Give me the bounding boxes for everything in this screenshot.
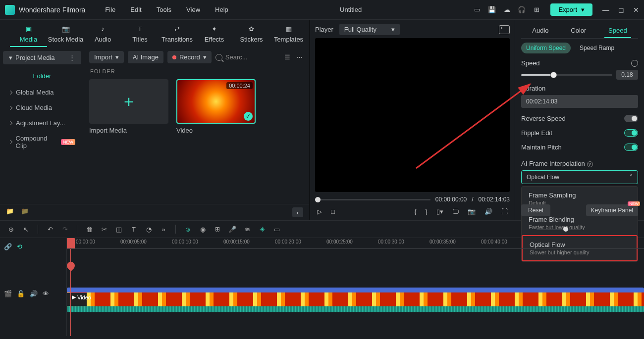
menu-help[interactable]: Help	[215, 6, 228, 13]
record-button[interactable]: Record▾	[167, 51, 212, 63]
timeline-ruler[interactable]: 00:00:00:00 00:00:05:00 00:00:10:00 00:0…	[67, 238, 644, 249]
speed-value[interactable]: 0.18	[616, 70, 638, 80]
subtab-speed-ramp[interactable]: Speed Ramp	[575, 43, 619, 53]
visibility-icon[interactable]: 👁	[43, 290, 49, 297]
menu-file[interactable]: File	[105, 6, 115, 13]
camera-icon[interactable]: 📷	[468, 208, 476, 215]
playhead-marker[interactable]	[67, 260, 76, 272]
maintain-pitch-toggle[interactable]	[624, 144, 638, 151]
folder-active-label[interactable]: Folder	[3, 67, 81, 85]
mark-out-icon[interactable]: }	[426, 208, 428, 215]
sidebar-project-media[interactable]: ▾Project Media ⋮	[3, 51, 81, 64]
display-icon[interactable]: 🖵	[452, 208, 459, 215]
zoom-slider[interactable]	[537, 229, 581, 230]
tab-effects[interactable]: ✦Effects	[196, 24, 233, 47]
mark-in-icon[interactable]: {	[414, 208, 416, 215]
interpolation-select[interactable]: Optical Flow˄	[521, 170, 638, 184]
reset-button[interactable]: Reset	[521, 204, 550, 216]
speed-slider[interactable]	[521, 74, 612, 76]
sidebar-item-compound-clip[interactable]: Compound ClipNEW	[3, 131, 81, 153]
play-icon[interactable]: ▷	[317, 208, 322, 215]
magnetic-icon[interactable]: ✳	[258, 226, 266, 233]
mute-icon[interactable]: 🔊	[30, 290, 38, 297]
audio-stretch-icon[interactable]: ≋	[243, 226, 251, 233]
tab-stickers[interactable]: ✿Stickers	[233, 24, 270, 47]
prop-tab-audio[interactable]: Audio	[528, 24, 552, 38]
import-button[interactable]: Import▾	[89, 51, 124, 63]
menu-edit[interactable]: Edit	[130, 6, 141, 13]
menu-view[interactable]: View	[186, 6, 200, 13]
search-input[interactable]: Searc...	[215, 53, 280, 61]
seek-bar[interactable]: 00:00:00:00 / 00:02:14:03	[315, 192, 510, 207]
speed-slider-thumb[interactable]	[550, 72, 557, 78]
text-icon[interactable]: T	[130, 226, 138, 233]
volume-icon[interactable]: 🔊	[484, 208, 492, 215]
back-button[interactable]: ‹	[292, 207, 303, 217]
preview-canvas[interactable]	[315, 38, 510, 192]
media-card-video[interactable]: 00:00:24 ✓ Video	[176, 79, 256, 134]
prop-tab-speed[interactable]: Speed	[604, 24, 631, 38]
device-icon[interactable]: ▭	[473, 6, 481, 14]
duration-field[interactable]: 00:02:14:03	[521, 95, 638, 108]
prop-tab-color[interactable]: Color	[567, 24, 590, 38]
tab-templates[interactable]: ▦Templates	[270, 24, 307, 47]
split-icon[interactable]: ✂	[100, 226, 108, 233]
chain-icon[interactable]: ⟲	[17, 243, 22, 250]
timeline-tracks[interactable]: 00:00:00:00 00:00:05:00 00:00:10:00 00:0…	[67, 238, 644, 336]
redo-icon[interactable]: ↷	[61, 226, 69, 233]
sidebar-item-adjustment-layer[interactable]: Adjustment Lay...	[3, 115, 81, 131]
undo-icon[interactable]: ↶	[46, 226, 54, 233]
folder-add-icon[interactable]: 📁	[6, 207, 14, 217]
tab-titles[interactable]: TTitles	[121, 24, 159, 47]
maximize-button[interactable]: ◻	[618, 6, 624, 14]
tab-audio[interactable]: ♪Audio	[84, 24, 121, 47]
ai-face-icon[interactable]: ☺	[184, 226, 192, 233]
select-tool-icon[interactable]: ↖	[22, 226, 30, 233]
keyframe-panel-button[interactable]: Keyframe PanelNEW	[586, 204, 638, 216]
lock-icon[interactable]: 🔓	[17, 290, 25, 297]
export-button[interactable]: Export ▾	[550, 3, 592, 16]
mic-icon[interactable]: 🎤	[228, 226, 236, 233]
playhead-handle[interactable]	[67, 238, 75, 248]
video-track-icon[interactable]: 🎬	[4, 290, 12, 297]
reverse-speed-toggle[interactable]	[624, 115, 638, 122]
shield-icon[interactable]: ⛨	[214, 226, 221, 233]
headset-icon[interactable]: 🎧	[518, 6, 526, 14]
dots-icon[interactable]: ⋮	[69, 54, 75, 61]
help-icon[interactable]: ?	[587, 161, 593, 167]
color-icon[interactable]: ◉	[199, 226, 207, 233]
snapshot-icon[interactable]	[499, 25, 510, 34]
subtab-uniform-speed[interactable]: Uniform Speed	[521, 43, 571, 53]
apps-icon[interactable]: ⊞	[533, 6, 540, 14]
seek-thumb[interactable]	[315, 197, 321, 202]
tab-media[interactable]: ▣Media	[10, 24, 47, 47]
sidebar-item-cloud-media[interactable]: Cloud Media	[3, 100, 81, 115]
aspect-icon[interactable]: ▯▾	[436, 208, 443, 215]
sidebar-item-global-media[interactable]: Global Media	[3, 85, 81, 100]
save-icon[interactable]: 💾	[488, 6, 496, 14]
delete-icon[interactable]: 🗑	[85, 226, 93, 233]
reset-speed-icon[interactable]	[631, 60, 638, 67]
link-icon[interactable]: 🔗	[4, 243, 12, 250]
tab-transitions[interactable]: ⇄Transitions	[159, 24, 196, 47]
minimize-button[interactable]: —	[602, 6, 609, 14]
video-clip[interactable]: ▶Video	[67, 288, 644, 312]
menu-tools[interactable]: Tools	[157, 6, 171, 13]
more-icon[interactable]: ⋯	[296, 53, 304, 61]
media-card-import[interactable]: + Import Media	[89, 79, 168, 134]
ripple-edit-toggle[interactable]	[624, 129, 638, 137]
marker-icon[interactable]: ▭	[273, 226, 281, 233]
quality-dropdown[interactable]: Full Quality▾	[339, 24, 400, 35]
ai-image-button[interactable]: AI Image	[128, 51, 163, 63]
speed-icon[interactable]: ◔	[145, 226, 153, 233]
folder-remove-icon[interactable]: 📁	[21, 207, 29, 217]
filter-icon[interactable]: ☰	[284, 53, 292, 61]
cloud-icon[interactable]: ☁	[503, 6, 511, 14]
crop-icon[interactable]: ◫	[115, 226, 123, 233]
more-tools-icon[interactable]: »	[160, 226, 167, 233]
pointer-tool-icon[interactable]: ⊕	[7, 226, 15, 233]
stop-icon[interactable]: □	[331, 208, 335, 215]
close-button[interactable]: ✕	[633, 6, 639, 14]
tab-stock-media[interactable]: 📷Stock Media	[47, 24, 84, 47]
fullscreen-icon[interactable]: ⛶	[501, 208, 508, 215]
